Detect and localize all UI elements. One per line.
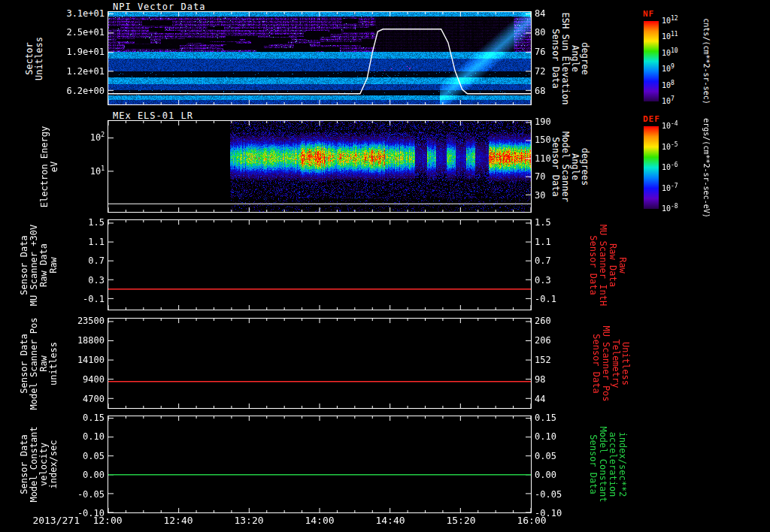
y-tick-label-left: 9400: [0, 374, 105, 385]
date-label: 2013/271: [5, 515, 80, 526]
els-plot-area: [108, 120, 532, 213]
y-tick-label-right: 1.1: [535, 237, 551, 247]
axis-label-line: index/sec**2: [617, 389, 627, 532]
colorbar-tick-label: 10-8: [662, 204, 678, 213]
y-tick-label-right: 80: [535, 27, 545, 38]
y-tick-label-left: 0.7: [0, 255, 105, 266]
y-tick-label-right: 98: [535, 374, 545, 385]
y-tick-label-right: 30: [535, 190, 545, 201]
mu-scanner-plot-overlay: [108, 220, 531, 310]
x-tick-label: 14:00: [296, 515, 344, 526]
colorbar-tick-label: 10-7: [662, 184, 678, 193]
axis-label-line: Model Constant: [598, 389, 608, 532]
axis-label-line: Sensor Data: [588, 389, 598, 532]
y-tick-label-right: -0.1: [535, 294, 556, 304]
panel-npi-title: NPI Vector Data: [113, 2, 205, 12]
x-tick-label: 12:00: [83, 515, 132, 526]
y-tick-label-right: 68: [535, 86, 545, 96]
space-physics-plot-page: NPI Vector Data SectorUnitless degreeAng…: [0, 0, 770, 532]
y-tick-label-left: 101: [0, 166, 105, 177]
y-tick-label-left: 0.10: [0, 431, 105, 442]
y-tick-label-right: 152: [535, 355, 551, 365]
x-tick-label: 16:00: [508, 515, 556, 526]
colorbar-tick-label: 109: [662, 65, 675, 74]
mu-scanner-plot-area: [108, 219, 532, 310]
velocity-plot-overlay: [108, 416, 531, 512]
colorbar-nf-gradient: [644, 21, 659, 101]
y-tick-label-right: 0.15: [535, 413, 556, 423]
colorbar-def-title: DEF: [643, 114, 660, 124]
y-tick-label-left: 0.05: [0, 451, 105, 461]
axis-label-line: ergs/(cm**2-sr-sec-eV): [701, 92, 711, 243]
velocity-plot-area: [108, 416, 532, 513]
y-tick-label-right: 70: [535, 171, 545, 182]
y-tick-label-left: 18800: [0, 335, 105, 346]
colorbar-tick-label: 10-6: [662, 163, 678, 172]
y-tick-label-right: 44: [535, 394, 545, 404]
y-tick-label-left: 23500: [0, 316, 105, 326]
y-tick-label-left: 2.5e+01: [0, 27, 105, 38]
y-tick-label-right: 110: [535, 153, 551, 164]
y-tick-label-left: 3.1e+01: [0, 8, 105, 19]
y-tick-label-left: -0.05: [0, 489, 105, 500]
y-tick-label-right: 206: [535, 335, 551, 346]
panel-mu-scanner-30v: Sensor DataMU Scanner +30VRaw DataRaw Ra…: [0, 219, 770, 310]
y-tick-label-right: 150: [535, 135, 551, 145]
velocity-right-axis-label: index/sec**2accelerationModel ConstantSe…: [588, 389, 627, 532]
els-plot-overlay: [108, 121, 531, 212]
y-tick-label-right: 0.05: [535, 451, 556, 461]
npi-plot-area: [108, 11, 532, 105]
y-tick-label-left: 0.00: [0, 470, 105, 480]
x-tick-label: 15:20: [437, 515, 485, 526]
y-tick-label-left: 102: [0, 132, 105, 143]
colorbar-tick-label: 1011: [662, 32, 678, 41]
sun-elevation-line: [108, 29, 531, 94]
y-tick-label-right: 260: [535, 316, 551, 326]
colorbar-nf-title: NF: [643, 9, 654, 19]
colorbar-tick-label: 107: [662, 97, 675, 106]
y-tick-label-right: 0.00: [535, 470, 556, 480]
colorbar-tick-label: 108: [662, 81, 675, 90]
y-tick-label-left: 1.5: [0, 217, 105, 228]
y-tick-label-right: 84: [535, 8, 545, 19]
y-tick-label-right: 72: [535, 66, 545, 77]
panel-model-constant-velocity: Sensor DataModel Constantvelocityindex/s…: [0, 416, 770, 513]
y-tick-label-right: 0.7: [535, 255, 551, 266]
colorbar-def-gradient: [644, 126, 659, 209]
scanner-pos-plot-overlay: [108, 319, 531, 408]
x-tick-label: 13:20: [225, 515, 273, 526]
y-tick-label-right: -0.05: [535, 489, 562, 500]
y-tick-label-right: 0.3: [535, 275, 551, 286]
npi-plot-overlay: [108, 12, 531, 104]
y-tick-label-right: 1.5: [535, 217, 551, 228]
els-panel-title: MEx ELS-01 LR: [113, 110, 193, 121]
colorbar-tick-label: 10-5: [662, 143, 678, 152]
x-tick-label: 14:40: [366, 515, 414, 526]
y-tick-label-left: 1.9e+01: [0, 47, 105, 57]
y-tick-label-left: 0.15: [0, 413, 105, 423]
panel-model-scanner-pos: Sensor DataModel Scanner PosRawunitless …: [0, 318, 770, 409]
x-tick-label: 12:40: [154, 515, 202, 526]
scanner-pos-plot-area: [108, 318, 532, 409]
y-tick-label-left: 1.1: [0, 237, 105, 247]
y-tick-label-left: 1.2e+01: [0, 66, 105, 77]
colorbar-def-units: ergs/(cm**2-sr-sec-eV): [701, 92, 711, 243]
y-tick-label-right: 190: [535, 116, 551, 127]
colorbar-tick-label: 1010: [662, 49, 678, 58]
colorbar-tick-label: 10-4: [662, 122, 678, 131]
y-tick-label-left: 0.3: [0, 275, 105, 286]
y-tick-label-right: 0.10: [535, 431, 556, 442]
y-tick-label-left: 14100: [0, 355, 105, 365]
y-tick-label-right: 76: [535, 47, 545, 57]
axis-label-line: acceleration: [608, 389, 617, 532]
colorbar-tick-label: 1012: [662, 17, 678, 26]
